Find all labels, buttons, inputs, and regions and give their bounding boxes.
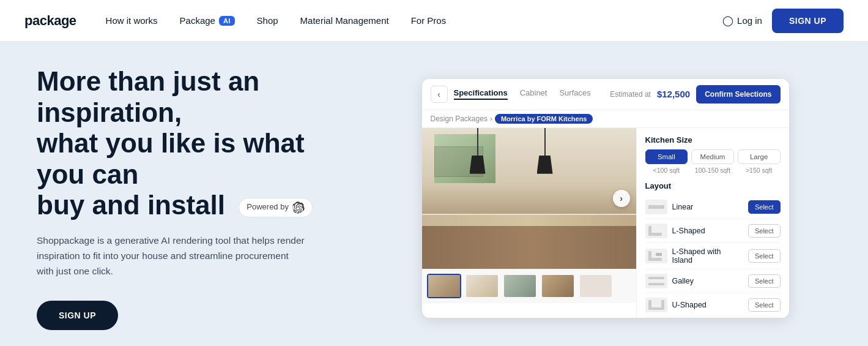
layout-select-l-shaped-island[interactable]: Select xyxy=(748,249,781,263)
thumbnail-2[interactable] xyxy=(465,274,499,298)
thumbnail-3[interactable] xyxy=(503,274,537,298)
nav-how-it-works[interactable]: How it works xyxy=(106,15,158,26)
nav-material-management[interactable]: Material Management xyxy=(300,15,389,26)
powered-by-badge: Powered by xyxy=(239,198,313,217)
hero-heading: More than just an inspiration, what you … xyxy=(37,66,330,221)
layout-list: Linear Select L-Shaped xyxy=(645,195,781,317)
card-right-panel: Kitchen Size Small Medium Large <100 sqf… xyxy=(636,128,789,318)
card-body: › xyxy=(422,128,789,318)
card-image-area: › xyxy=(422,128,636,318)
layout-select-galley[interactable]: Select xyxy=(748,274,781,288)
thumbnail-row xyxy=(422,269,636,303)
size-sub-small: <100 sqft xyxy=(645,167,688,174)
layout-icon-l-shaped-island xyxy=(645,249,667,263)
layout-name-galley: Galley xyxy=(672,277,743,285)
tab-cabinet[interactable]: Cabinet xyxy=(520,88,547,100)
layout-icon-u-shaped xyxy=(645,298,667,312)
svg-rect-2 xyxy=(648,233,662,236)
layout-item-linear: Linear Select xyxy=(645,195,781,219)
login-button[interactable]: ◯ Log in xyxy=(722,15,762,26)
hero-signup-button[interactable]: SIGN UP xyxy=(37,301,118,330)
card-tabs: Specifications Cabinet Surfaces xyxy=(454,88,610,100)
svg-rect-10 xyxy=(648,307,664,310)
pendant-lamp-2 xyxy=(537,156,553,174)
layout-select-l-shaped[interactable]: Select xyxy=(748,224,781,238)
size-medium-button[interactable]: Medium xyxy=(691,149,734,164)
navbar: package How it works Package AI Shop Mat… xyxy=(0,0,868,42)
product-card: ‹ Specifications Cabinet Surfaces Estima… xyxy=(422,79,789,318)
card-price-area: Estimated at $12,500 Confirm Selections xyxy=(610,85,780,103)
svg-rect-4 xyxy=(648,258,662,261)
person-icon: ◯ xyxy=(722,15,733,26)
card-back-button[interactable]: ‹ xyxy=(431,86,448,103)
layout-name-l-shaped: L-Shaped xyxy=(672,227,743,235)
estimated-label: Estimated at xyxy=(610,90,651,99)
card-breadcrumb: Design Packages › Morrica by FORM Kitche… xyxy=(422,110,789,128)
thumbnail-1[interactable] xyxy=(427,274,461,298)
image-next-arrow[interactable]: › xyxy=(613,190,630,207)
layout-name-linear: Linear xyxy=(672,203,743,211)
hero-right: ‹ Specifications Cabinet Surfaces Estima… xyxy=(379,79,831,318)
breadcrumb-parent: Design Packages xyxy=(431,115,488,123)
size-sub-labels: <100 sqft 100-150 sqft >150 sqft xyxy=(645,167,781,174)
breadcrumb-current: Morrica by FORM Kitchens xyxy=(495,114,593,124)
hero-left: More than just an inspiration, what you … xyxy=(37,66,330,330)
breadcrumb-separator: › xyxy=(490,115,492,123)
layout-select-linear[interactable]: Select xyxy=(748,200,781,214)
card-header: ‹ Specifications Cabinet Surfaces Estima… xyxy=(422,79,789,110)
size-sub-medium: 100-150 sqft xyxy=(691,167,734,174)
kitchen-lower-cabinet-decor xyxy=(422,226,636,269)
svg-rect-6 xyxy=(648,277,664,279)
svg-rect-5 xyxy=(656,253,662,256)
layout-item-u-shaped: U-Shaped Select xyxy=(645,293,781,317)
thumbnail-4[interactable] xyxy=(541,274,575,298)
nav-shop[interactable]: Shop xyxy=(257,15,278,26)
nav-package-ai[interactable]: Package AI xyxy=(180,15,235,26)
svg-rect-0 xyxy=(648,205,664,209)
confirm-selections-button[interactable]: Confirm Selections xyxy=(696,85,780,103)
layout-item-l-shaped: L-Shaped Select xyxy=(645,219,781,243)
size-sub-large: >150 sqft xyxy=(738,167,781,174)
layout-icon-galley xyxy=(645,274,667,288)
kitchen-size-title: Kitchen Size xyxy=(645,135,781,145)
layout-name-l-shaped-island: L-Shaped with Island xyxy=(672,247,743,265)
nav-signup-button[interactable]: SIGN UP xyxy=(772,9,844,33)
thumbnail-5[interactable] xyxy=(579,274,613,298)
tab-specifications[interactable]: Specifications xyxy=(454,88,508,100)
pendant-lamp-1 xyxy=(470,156,486,174)
layout-icon-linear xyxy=(645,200,667,214)
openai-icon xyxy=(292,201,305,214)
pendant-wire-2 xyxy=(544,128,546,159)
brand-logo[interactable]: package xyxy=(24,13,76,29)
nav-actions: ◯ Log in SIGN UP xyxy=(722,9,844,33)
layout-select-u-shaped[interactable]: Select xyxy=(748,298,781,312)
nav-links: How it works Package AI Shop Material Ma… xyxy=(106,15,722,26)
size-small-button[interactable]: Small xyxy=(645,149,688,164)
size-buttons: Small Medium Large xyxy=(645,149,781,164)
hero-subtext: Shoppackage is a generative AI rendering… xyxy=(37,233,306,279)
layout-item-l-shaped-island: L-Shaped with Island Select xyxy=(645,243,781,269)
main-kitchen-image: › xyxy=(422,128,636,269)
svg-rect-7 xyxy=(648,283,664,285)
pendant-wire-1 xyxy=(477,128,478,159)
layout-name-u-shaped: U-Shaped xyxy=(672,301,743,309)
size-large-button[interactable]: Large xyxy=(738,149,781,164)
nav-for-pros[interactable]: For Pros xyxy=(411,15,447,26)
layout-icon-l-shaped xyxy=(645,224,667,238)
hero-section: More than just an inspiration, what you … xyxy=(0,42,868,346)
price-value: $12,500 xyxy=(657,89,690,99)
layout-item-galley: Galley Select xyxy=(645,269,781,293)
ai-badge: AI xyxy=(219,16,235,26)
tab-surfaces[interactable]: Surfaces xyxy=(559,88,590,100)
layout-title: Layout xyxy=(645,181,781,190)
